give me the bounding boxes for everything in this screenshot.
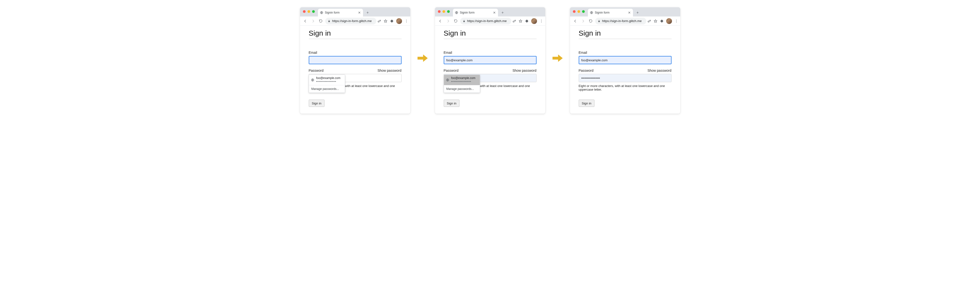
key-icon[interactable]: [647, 19, 651, 23]
back-button[interactable]: [302, 18, 309, 24]
email-input[interactable]: [309, 56, 401, 64]
reload-button[interactable]: [587, 18, 594, 24]
reload-button[interactable]: [452, 18, 459, 24]
svg-point-12: [541, 22, 541, 22]
svg-point-2: [378, 21, 379, 22]
close-tab-icon[interactable]: [358, 11, 361, 14]
new-tab-button[interactable]: [364, 10, 371, 16]
minimize-window-button[interactable]: [578, 10, 580, 13]
address-bar[interactable]: https://sign-in-form.glitch.me: [595, 18, 646, 24]
email-value: foo@example.com: [581, 59, 608, 62]
kebab-menu-icon[interactable]: [675, 19, 678, 23]
show-password-toggle[interactable]: Show password: [512, 68, 536, 73]
extensions-icon[interactable]: [390, 19, 394, 23]
toolbar: https://sign-in-form.glitch.me: [300, 16, 410, 26]
manage-passwords-link[interactable]: Manage passwords...: [444, 85, 480, 92]
close-window-button[interactable]: [303, 10, 305, 13]
tab-strip: Signin form: [570, 7, 680, 16]
toolbar: https://sign-in-form.glitch.me: [435, 16, 545, 26]
svg-point-5: [406, 22, 406, 22]
globe-icon: [320, 11, 323, 14]
back-button[interactable]: [437, 18, 444, 24]
autofill-suggestion[interactable]: foo@example.com ••••••••••••••••: [444, 75, 480, 85]
signin-button[interactable]: Sign in: [444, 100, 460, 107]
globe-icon: [455, 11, 458, 14]
password-value: •••••••••••••••••: [581, 76, 600, 80]
address-bar[interactable]: https://sign-in-form.glitch.me: [325, 18, 376, 24]
window-controls: [573, 10, 585, 13]
forward-button[interactable]: [580, 18, 587, 24]
star-icon[interactable]: [519, 19, 522, 23]
browser-tab[interactable]: Signin form: [453, 9, 498, 16]
svg-point-9: [513, 21, 514, 22]
autofill-suggestion[interactable]: foo@example.com ••••••••••••••••: [309, 75, 345, 85]
maximize-window-button[interactable]: [447, 10, 450, 13]
extensions-icon[interactable]: [660, 19, 664, 23]
show-password-toggle[interactable]: Show password: [377, 68, 401, 73]
profile-avatar[interactable]: [396, 18, 402, 24]
address-bar[interactable]: https://sign-in-form.glitch.me: [460, 18, 511, 24]
url-text: https://sign-in-form.glitch.me: [602, 19, 642, 23]
email-value: foo@example.com: [446, 59, 473, 62]
omnibox-actions: [377, 18, 408, 24]
browser-tab[interactable]: Signin form: [318, 9, 363, 16]
email-input[interactable]: foo@example.com: [579, 56, 671, 64]
minimize-window-button[interactable]: [307, 10, 310, 13]
password-input[interactable]: •••••••••••••••••: [579, 74, 671, 82]
password-label: Password: [444, 68, 458, 73]
key-icon[interactable]: [512, 19, 516, 23]
globe-icon: [446, 78, 449, 82]
back-button[interactable]: [572, 18, 579, 24]
globe-icon: [311, 78, 314, 82]
page-heading: Sign in: [579, 29, 671, 37]
kebab-menu-icon[interactable]: [404, 19, 408, 23]
star-icon[interactable]: [654, 19, 657, 23]
maximize-window-button[interactable]: [312, 10, 315, 13]
url-text: https://sign-in-form.glitch.me: [332, 19, 372, 23]
omnibox-actions: [647, 18, 678, 24]
password-label: Password: [579, 68, 593, 73]
autofill-email: foo@example.com: [451, 76, 476, 80]
lock-icon: [463, 20, 466, 22]
browser-tab[interactable]: Signin form: [588, 9, 633, 16]
reload-button[interactable]: [317, 18, 324, 24]
signin-button[interactable]: Sign in: [309, 100, 325, 107]
key-icon[interactable]: [377, 19, 381, 23]
kebab-menu-icon[interactable]: [539, 19, 543, 23]
forward-button[interactable]: [445, 18, 452, 24]
signin-button[interactable]: Sign in: [579, 100, 595, 107]
autofill-popup: foo@example.com •••••••••••••••• Manage …: [444, 75, 480, 93]
omnibox-actions: [512, 18, 543, 24]
star-icon[interactable]: [383, 19, 388, 23]
page-content: Sign in Email foo@example.com Password S…: [435, 26, 545, 114]
close-tab-icon[interactable]: [493, 11, 496, 14]
page-content: Sign in Email Password Show password Eig…: [300, 26, 410, 114]
divider: [309, 39, 401, 39]
divider: [444, 39, 536, 39]
autofill-popup: foo@example.com •••••••••••••••• Manage …: [309, 75, 345, 93]
page-heading: Sign in: [309, 29, 401, 37]
svg-rect-8: [463, 21, 465, 22]
extensions-icon[interactable]: [525, 19, 529, 23]
browser-window-2: Signin form https://sign-in-form.glitch.…: [435, 7, 545, 114]
svg-rect-1: [328, 21, 330, 22]
new-tab-button[interactable]: [500, 10, 506, 16]
window-controls: [438, 10, 450, 13]
manage-passwords-link[interactable]: Manage passwords...: [309, 85, 345, 92]
divider: [579, 39, 671, 39]
new-tab-button[interactable]: [635, 10, 641, 16]
svg-point-11: [541, 21, 541, 21]
profile-avatar[interactable]: [666, 18, 672, 24]
close-tab-icon[interactable]: [628, 11, 631, 14]
tab-strip: Signin form: [300, 7, 410, 16]
show-password-toggle[interactable]: Show password: [648, 68, 671, 73]
toolbar: https://sign-in-form.glitch.me: [570, 16, 680, 26]
profile-avatar[interactable]: [531, 18, 537, 24]
close-window-button[interactable]: [573, 10, 576, 13]
browser-window-1: Signin form https://sign-in-form.glitch.…: [300, 7, 410, 114]
forward-button[interactable]: [310, 18, 317, 24]
maximize-window-button[interactable]: [582, 10, 585, 13]
close-window-button[interactable]: [438, 10, 441, 13]
minimize-window-button[interactable]: [442, 10, 445, 13]
email-input[interactable]: foo@example.com: [444, 56, 536, 64]
